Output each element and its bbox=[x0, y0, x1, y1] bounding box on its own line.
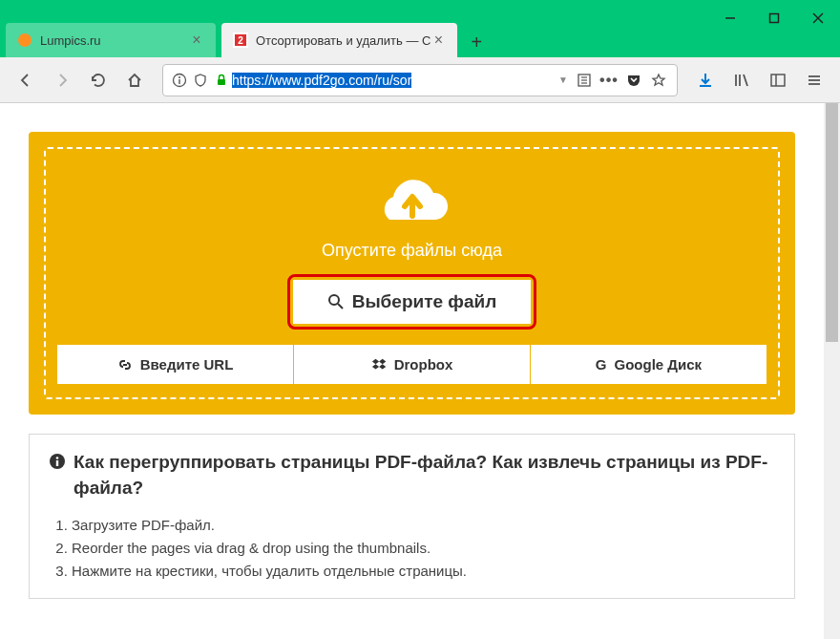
window-titlebar: Lumpics.ru × 2 Отсортировать и удалить —… bbox=[0, 0, 840, 57]
link-icon bbox=[117, 357, 133, 373]
enter-url-button[interactable]: Введите URL bbox=[57, 345, 294, 384]
sidebar-icon[interactable] bbox=[762, 64, 794, 96]
drop-text: Опустите файлы сюда bbox=[57, 241, 766, 261]
info-icon bbox=[49, 453, 66, 470]
choose-file-highlight: Выберите файл bbox=[287, 274, 537, 330]
svg-point-9 bbox=[178, 76, 180, 78]
svg-rect-11 bbox=[218, 79, 225, 85]
back-button[interactable] bbox=[10, 64, 42, 96]
chevron-down-icon[interactable]: ▼ bbox=[555, 75, 572, 85]
step-item: Загрузите PDF-файл. bbox=[72, 514, 775, 537]
page-body: Опустите файлы сюда Выберите файл bbox=[0, 103, 824, 639]
url-bar[interactable]: https://www.pdf2go.com/ru/sor ▼ ••• bbox=[162, 64, 678, 96]
choose-file-button[interactable]: Выберите файл bbox=[293, 280, 532, 324]
star-icon[interactable] bbox=[646, 73, 671, 88]
svg-line-25 bbox=[338, 304, 343, 309]
tab-title: Отсортировать и удалить — С bbox=[256, 33, 430, 48]
browser-toolbar: https://www.pdf2go.com/ru/sor ▼ ••• bbox=[0, 57, 840, 103]
search-icon bbox=[327, 293, 345, 310]
svg-point-0 bbox=[18, 33, 32, 47]
library-icon[interactable] bbox=[725, 64, 758, 96]
info-icon[interactable] bbox=[169, 73, 190, 88]
tab-lumpics[interactable]: Lumpics.ru × bbox=[6, 23, 216, 57]
scrollbar[interactable] bbox=[824, 103, 840, 639]
pocket-icon[interactable] bbox=[621, 73, 646, 88]
tab-pdf2go[interactable]: 2 Отсортировать и удалить — С × bbox=[221, 23, 457, 57]
scroll-thumb[interactable] bbox=[826, 103, 838, 342]
home-button[interactable] bbox=[118, 64, 151, 96]
close-icon[interactable]: × bbox=[189, 32, 204, 48]
new-tab-button[interactable]: + bbox=[461, 27, 492, 57]
tab-title: Lumpics.ru bbox=[40, 33, 189, 48]
steps-list: Загрузите PDF-файл. Reorder the pages vi… bbox=[72, 514, 775, 583]
shield-icon[interactable] bbox=[190, 73, 211, 88]
cloud-upload-icon bbox=[370, 172, 454, 233]
svg-rect-5 bbox=[770, 14, 779, 23]
google-icon: G bbox=[596, 356, 607, 373]
maximize-button[interactable] bbox=[752, 0, 796, 36]
menu-button[interactable] bbox=[798, 64, 830, 96]
window-controls bbox=[708, 0, 840, 36]
close-icon[interactable]: × bbox=[430, 32, 446, 48]
minimize-button[interactable] bbox=[708, 0, 752, 36]
reload-button[interactable] bbox=[82, 64, 115, 96]
step-item: Нажмите на крестики, чтобы удалить отдел… bbox=[72, 560, 775, 583]
content-area: Опустите файлы сюда Выберите файл bbox=[0, 103, 840, 639]
choose-file-label: Выберите файл bbox=[352, 291, 497, 312]
svg-rect-28 bbox=[56, 460, 58, 466]
download-button[interactable] bbox=[689, 64, 722, 96]
svg-rect-19 bbox=[771, 75, 785, 86]
svg-rect-10 bbox=[178, 79, 179, 84]
upload-inner: Опустите файлы сюда Выберите файл bbox=[44, 147, 780, 399]
info-panel: Как перегруппировать страницы PDF-файла?… bbox=[29, 434, 795, 599]
pdf2go-icon: 2 bbox=[233, 32, 248, 48]
forward-button[interactable] bbox=[46, 64, 78, 96]
more-icon[interactable]: ••• bbox=[597, 72, 621, 89]
svg-point-24 bbox=[329, 295, 339, 305]
lock-icon[interactable] bbox=[211, 74, 232, 87]
info-heading: Как перегруппировать страницы PDF-файла?… bbox=[49, 450, 775, 501]
source-row: Введите URL Dropbox G Google Диск bbox=[57, 345, 766, 384]
svg-line-18 bbox=[744, 75, 747, 86]
svg-point-27 bbox=[56, 457, 59, 459]
svg-text:2: 2 bbox=[238, 35, 243, 46]
google-drive-button[interactable]: G Google Диск bbox=[531, 345, 766, 384]
orange-icon bbox=[17, 32, 32, 48]
reader-icon[interactable] bbox=[572, 73, 597, 88]
tab-strip: Lumpics.ru × 2 Отсортировать и удалить —… bbox=[0, 21, 492, 57]
url-text: https://www.pdf2go.com/ru/sor bbox=[232, 73, 555, 88]
dropbox-button[interactable]: Dropbox bbox=[294, 345, 531, 384]
upload-dropzone[interactable]: Опустите файлы сюда Выберите файл bbox=[29, 132, 795, 415]
close-window-button[interactable] bbox=[796, 0, 840, 36]
dropbox-icon bbox=[371, 357, 387, 373]
step-item: Reorder the pages via drag & drop using … bbox=[72, 537, 775, 560]
